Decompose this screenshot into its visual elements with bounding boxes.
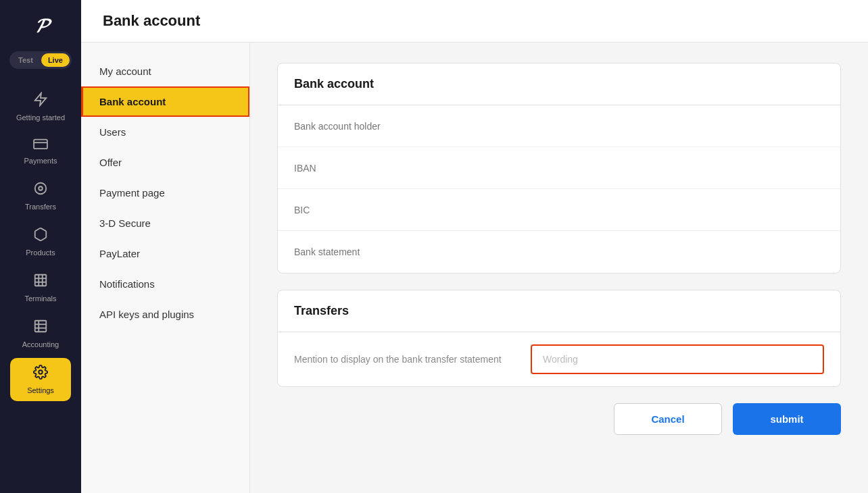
- action-buttons: Cancel submit: [277, 403, 841, 435]
- payments-label: Payments: [24, 157, 57, 165]
- sidebar-item-getting-started[interactable]: Getting started: [10, 85, 71, 128]
- getting-started-icon: [33, 92, 48, 110]
- env-toggle: Test Live: [9, 51, 72, 69]
- sub-nav-bank-account[interactable]: Bank account: [81, 86, 249, 117]
- sub-sidebar: My account Bank account Users Offer Paym…: [81, 43, 250, 493]
- getting-started-label: Getting started: [16, 113, 65, 122]
- test-env-button[interactable]: Test: [11, 53, 40, 67]
- terminals-label: Terminals: [24, 294, 56, 303]
- sidebar-item-products[interactable]: Products: [10, 220, 71, 263]
- transfers-card: Transfers Mention to display on the bank…: [277, 290, 841, 387]
- live-env-button[interactable]: Live: [41, 53, 70, 67]
- transfers-icon: [33, 181, 48, 199]
- sub-nav-payment-page[interactable]: Payment page: [81, 178, 249, 208]
- cancel-button[interactable]: Cancel: [614, 403, 722, 435]
- sub-nav-users[interactable]: Users: [81, 117, 249, 147]
- sub-nav-notifications[interactable]: Notifications: [81, 269, 249, 299]
- sidebar-item-settings[interactable]: Settings: [10, 358, 71, 401]
- svg-point-3: [35, 183, 47, 194]
- iban-input[interactable]: [294, 157, 824, 179]
- wording-input[interactable]: [531, 344, 824, 374]
- sub-nav-offer[interactable]: Offer: [81, 147, 249, 178]
- transfers-mention-label: Mention to display on the bank transfer …: [294, 353, 531, 367]
- logo: 𝓟: [26, 11, 55, 41]
- settings-label: Settings: [27, 386, 54, 394]
- sidebar-item-payments[interactable]: Payments: [10, 131, 71, 172]
- svg-point-4: [39, 186, 43, 190]
- top-header: Bank account: [81, 0, 868, 43]
- sidebar-item-transfers[interactable]: Transfers: [10, 174, 71, 217]
- content-area: My account Bank account Users Offer Paym…: [81, 43, 868, 493]
- products-icon: [33, 227, 48, 245]
- accounting-label: Accounting: [22, 340, 59, 348]
- bank-statement-input[interactable]: [294, 241, 824, 263]
- payments-icon: [33, 138, 48, 153]
- bic-input[interactable]: [294, 199, 824, 221]
- page-title: Bank account: [103, 12, 200, 30]
- logo-icon: 𝓟: [35, 15, 46, 37]
- form-row-iban: [278, 147, 840, 189]
- svg-marker-0: [35, 93, 47, 105]
- transfers-card-title: Transfers: [278, 290, 840, 332]
- sidebar-item-terminals[interactable]: Terminals: [10, 266, 71, 309]
- submit-button[interactable]: submit: [733, 403, 841, 435]
- svg-point-14: [39, 370, 43, 374]
- settings-icon: [33, 365, 48, 383]
- sub-nav-api-keys[interactable]: API keys and plugins: [81, 299, 249, 330]
- transfers-row: Mention to display on the bank transfer …: [278, 332, 840, 386]
- terminals-icon: [33, 273, 48, 291]
- form-area: Bank account Transfers Mention to d: [250, 43, 868, 493]
- sub-nav-my-account[interactable]: My account: [81, 56, 249, 86]
- svg-rect-5: [35, 275, 47, 286]
- bank-account-card: Bank account: [277, 63, 841, 274]
- svg-rect-1: [34, 140, 47, 149]
- form-row-bic: [278, 189, 840, 231]
- bank-account-card-title: Bank account: [278, 63, 840, 105]
- accounting-icon: [33, 319, 48, 337]
- transfers-label: Transfers: [25, 203, 56, 211]
- sidebar-item-accounting[interactable]: Accounting: [10, 312, 71, 355]
- bank-account-holder-input[interactable]: [294, 115, 824, 137]
- sub-nav-paylater[interactable]: PayLater: [81, 238, 249, 269]
- main-content: Bank account My account Bank account Use…: [81, 0, 868, 493]
- form-row-holder: [278, 105, 840, 147]
- sidebar: 𝓟 Test Live Getting started Payments Tra…: [0, 0, 81, 493]
- sub-nav-3d-secure[interactable]: 3-D Secure: [81, 208, 249, 238]
- svg-rect-10: [35, 321, 47, 332]
- form-row-statement: [278, 231, 840, 273]
- products-label: Products: [26, 249, 55, 257]
